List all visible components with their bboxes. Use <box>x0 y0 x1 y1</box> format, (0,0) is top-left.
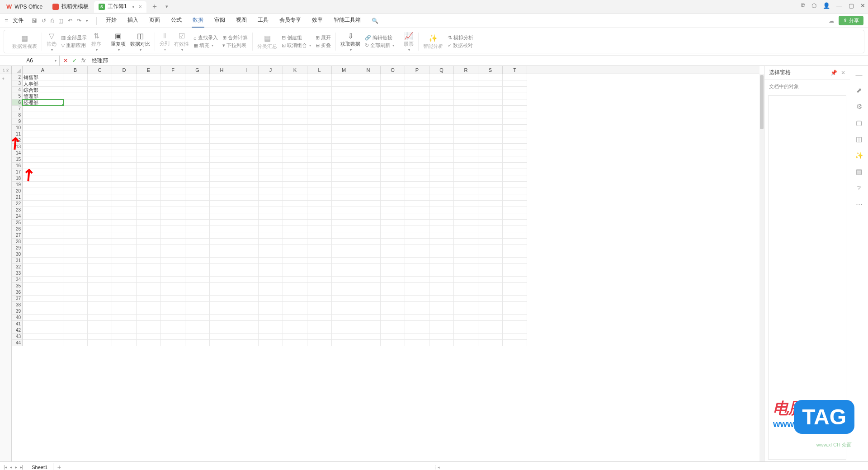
cell[interactable] <box>356 144 381 150</box>
cell[interactable] <box>210 289 234 296</box>
tab-menu-button[interactable]: ▾ <box>162 4 172 9</box>
cell[interactable] <box>112 194 137 201</box>
row-header[interactable]: 42 <box>12 327 23 334</box>
cell[interactable] <box>429 150 454 156</box>
rail-minus-icon[interactable]: — <box>856 70 863 78</box>
cell[interactable] <box>478 302 503 308</box>
cell[interactable] <box>259 163 283 169</box>
cell[interactable] <box>381 220 405 226</box>
cell[interactable] <box>23 175 63 182</box>
cell[interactable] <box>478 264 503 270</box>
cell[interactable] <box>210 80 234 87</box>
cell[interactable] <box>23 220 63 226</box>
cell[interactable] <box>454 283 478 289</box>
fx-icon[interactable]: fx <box>81 57 85 64</box>
cell[interactable] <box>429 188 454 194</box>
cell[interactable] <box>454 277 478 283</box>
row-header[interactable]: 15 <box>12 156 23 163</box>
cell[interactable] <box>307 156 332 163</box>
rail-magic-icon[interactable]: ✨ <box>855 151 863 160</box>
cell[interactable] <box>283 169 307 175</box>
cell[interactable] <box>307 188 332 194</box>
cell[interactable] <box>283 125 307 131</box>
cell[interactable] <box>23 340 63 346</box>
cell[interactable] <box>405 315 429 321</box>
cell[interactable] <box>283 315 307 321</box>
cell[interactable] <box>112 232 137 239</box>
cell[interactable] <box>332 315 356 321</box>
cell[interactable] <box>332 270 356 277</box>
cell[interactable] <box>381 270 405 277</box>
cell[interactable] <box>259 144 283 150</box>
cell[interactable] <box>234 163 259 169</box>
cell[interactable] <box>63 239 88 245</box>
cell[interactable] <box>185 74 210 80</box>
cell[interactable] <box>356 321 381 327</box>
cell[interactable] <box>478 188 503 194</box>
column-header-R[interactable]: R <box>454 66 478 74</box>
cell[interactable] <box>307 137 332 144</box>
cell[interactable] <box>23 264 63 270</box>
cell[interactable] <box>88 226 112 232</box>
cell[interactable] <box>210 302 234 308</box>
cell[interactable] <box>63 144 88 150</box>
cell[interactable] <box>478 270 503 277</box>
column-header-F[interactable]: F <box>161 66 185 74</box>
cell[interactable] <box>503 308 527 315</box>
cell[interactable] <box>210 163 234 169</box>
column-header-I[interactable]: I <box>234 66 259 74</box>
cell[interactable] <box>23 207 63 213</box>
column-header-B[interactable]: B <box>63 66 88 74</box>
cell[interactable] <box>332 163 356 169</box>
add-sheet-button[interactable]: ＋ <box>56 463 62 470</box>
cell[interactable] <box>381 226 405 232</box>
cell[interactable] <box>88 106 112 112</box>
cell[interactable] <box>332 327 356 334</box>
cell[interactable] <box>137 137 161 144</box>
cell[interactable] <box>429 87 454 93</box>
cell[interactable] <box>503 169 527 175</box>
cell[interactable] <box>137 232 161 239</box>
cell[interactable] <box>429 251 454 258</box>
cell[interactable] <box>478 125 503 131</box>
cell[interactable] <box>405 106 429 112</box>
cell[interactable] <box>161 87 185 93</box>
cell[interactable] <box>332 302 356 308</box>
row-header[interactable]: 33 <box>12 270 23 277</box>
cell[interactable] <box>234 169 259 175</box>
row-header[interactable]: 17 <box>12 169 23 175</box>
cell[interactable] <box>234 131 259 137</box>
cell[interactable] <box>381 213 405 220</box>
cell[interactable] <box>185 106 210 112</box>
cell[interactable] <box>185 156 210 163</box>
row-header[interactable]: 43 <box>12 334 23 340</box>
reapply-button[interactable]: ▽重新应用 <box>61 42 87 49</box>
cell[interactable] <box>356 194 381 201</box>
cell[interactable] <box>503 156 527 163</box>
cell[interactable] <box>234 93 259 99</box>
cell[interactable] <box>332 308 356 315</box>
cell[interactable] <box>137 258 161 264</box>
cell[interactable] <box>112 175 137 182</box>
cell[interactable] <box>161 169 185 175</box>
cell[interactable] <box>259 270 283 277</box>
cell[interactable] <box>429 258 454 264</box>
cell[interactable] <box>63 258 88 264</box>
cell[interactable] <box>259 125 283 131</box>
cell[interactable] <box>381 251 405 258</box>
cell[interactable] <box>259 308 283 315</box>
rail-settings-icon[interactable]: ⚙ <box>856 103 862 111</box>
cell[interactable] <box>478 118 503 125</box>
cell[interactable] <box>454 74 478 80</box>
smart-analysis-button[interactable]: ✨智能分析 <box>423 34 443 50</box>
cell[interactable] <box>88 163 112 169</box>
cell[interactable] <box>63 175 88 182</box>
cell[interactable] <box>88 74 112 80</box>
cell[interactable] <box>112 80 137 87</box>
rail-more-icon[interactable]: ⋯ <box>856 200 863 208</box>
cell[interactable] <box>332 277 356 283</box>
cell[interactable] <box>381 239 405 245</box>
cell[interactable] <box>23 239 63 245</box>
cell[interactable] <box>381 207 405 213</box>
cell[interactable] <box>259 182 283 188</box>
